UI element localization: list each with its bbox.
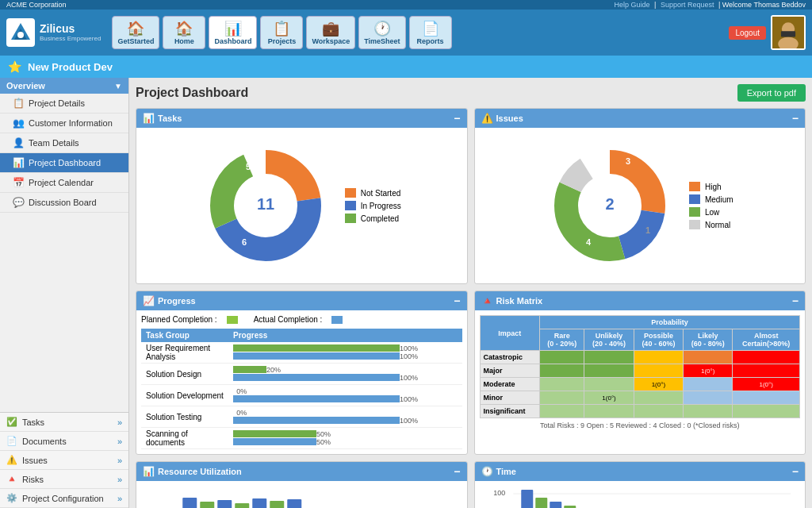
minor-label: Minor: [480, 391, 540, 405]
in-progress-label: In Progress: [361, 202, 401, 210]
min-rare: [540, 391, 584, 405]
progress-panel-minimize[interactable]: −: [454, 294, 460, 307]
svg-rect-28: [550, 502, 561, 508]
resource-panel-header: 📊Resource Utilization −: [136, 462, 467, 481]
support-link[interactable]: Support Request: [661, 1, 714, 9]
nav-item-getstarted[interactable]: 🏠GetStarted: [112, 16, 159, 49]
main-layout: Overview ▼ 📋Project Details👥Customer Inf…: [0, 78, 812, 508]
ins-unlikely: [584, 405, 634, 418]
tasks-panel-title: Tasks: [158, 114, 182, 123]
issues-legend-medium: Medium: [689, 194, 733, 204]
sidebar-bottom-item-risks[interactable]: 🔺Risks»: [0, 470, 128, 489]
help-link[interactable]: Help Guide: [615, 1, 650, 9]
tasks-donut-chart: 11 5 6: [202, 142, 329, 269]
planned-pct: 20%: [266, 366, 281, 374]
planned-bar: [233, 366, 266, 373]
c-rare: [540, 351, 584, 364]
arrows-icon: »: [117, 475, 122, 484]
progress-panel: 📈Progress − Planned Completion : Actual …: [136, 291, 468, 455]
export-button[interactable]: Export to pdf: [737, 84, 806, 102]
nav-item-home[interactable]: 🏠Home: [163, 16, 205, 49]
risk-panel-minimize[interactable]: −: [792, 294, 799, 307]
tasks-panel-header: 📊Tasks −: [136, 109, 467, 128]
progress-row: Solution Testing 0% 100%: [141, 406, 462, 428]
issues-legend: High Medium Low: [689, 182, 733, 229]
planned-color-box: [227, 316, 238, 324]
avatar: [771, 15, 806, 50]
progress-panel-title: Progress: [158, 296, 196, 306]
risk-matrix-table: Impact Probability Rare(0 - 20%) Unlikel…: [480, 315, 801, 418]
issues-header-icon: ⚠️: [481, 113, 493, 124]
tasks-panel-minimize[interactable]: −: [454, 112, 460, 125]
progress-bars: 20% 100%: [228, 364, 462, 385]
svg-rect-22: [270, 501, 284, 508]
col-unlikely: Unlikely(20 - 40%): [584, 329, 634, 351]
sidebar-icon: 👥: [13, 117, 24, 129]
bottom-panels-row: 📊Resource Utilization − -90: [136, 461, 806, 508]
col-likely: Likely(60 - 80%): [684, 329, 733, 351]
risk-panel-body: Impact Probability Rare(0 - 20%) Unlikel…: [475, 310, 806, 434]
risk-footer: Total Risks : 9 Open : 5 Reviewed : 4 Cl…: [480, 421, 801, 429]
arrows-icon: »: [117, 456, 122, 465]
m-likely: 1(0°): [684, 364, 733, 378]
nav-item-dashboard[interactable]: 📊Dashboard: [209, 16, 257, 49]
sidebar-bottom-item-issues[interactable]: ⚠️Issues»: [0, 451, 128, 470]
sidebar-item-discussion-board[interactable]: 💬Discussion Board: [0, 193, 128, 213]
sidebar-item-team-details[interactable]: 👤Team Details: [0, 133, 128, 153]
arrows-icon: »: [117, 418, 122, 427]
mod-unlikely: [584, 378, 634, 391]
mod-possible: 1(0°): [634, 378, 683, 391]
time-header-icon: 🕐: [481, 466, 493, 477]
content-header: Project Dashboard Export to pdf: [136, 84, 806, 102]
bottom-item-label: Documents: [22, 437, 67, 446]
mod-rare: [540, 378, 584, 391]
page-title: Project Dashboard: [136, 86, 248, 100]
tasks-panel: 📊Tasks − 11: [136, 108, 468, 284]
tasks-legend-completed: Completed: [345, 214, 401, 223]
sidebar-bottom-item-tasks[interactable]: ✅Tasks»: [0, 413, 128, 432]
logout-button[interactable]: Logout: [729, 26, 766, 40]
col-task-header: Task Group: [141, 329, 228, 342]
tasks-panel-body: 11 5 6 Not Started: [136, 128, 467, 283]
sidebar-section-label: Overview: [6, 81, 45, 90]
sidebar-bottom-item-project-configuration[interactable]: ⚙️Project Configuration»: [0, 489, 128, 508]
sidebar-section-header[interactable]: Overview ▼: [0, 78, 128, 94]
time-panel-header: 🕐Time −: [475, 462, 806, 481]
progress-row: Scanning of documents 50% 50%: [141, 428, 462, 449]
nav-item-timesheet[interactable]: 🕐TimeSheet: [358, 16, 405, 49]
time-chart: 100 60: [480, 486, 801, 508]
resource-panel-minimize[interactable]: −: [454, 465, 460, 478]
sidebar-bottom-item-documents[interactable]: 📄Documents»: [0, 432, 128, 451]
nav-label-dashboard: Dashboard: [214, 37, 251, 45]
nav-item-reports[interactable]: 📄Reports: [409, 16, 452, 49]
tasks-center-value: 11: [257, 195, 274, 213]
progress-table: Task Group Progress User Requirement Ana…: [141, 329, 462, 449]
time-panel: 🕐Time − 100 60: [474, 461, 806, 508]
issues-panel-minimize[interactable]: −: [792, 112, 799, 125]
mod-likely: [684, 378, 733, 391]
issues-legend-normal: Normal: [689, 220, 733, 229]
nav-label-timesheet: TimeSheet: [364, 37, 400, 45]
actual-bar: [233, 417, 400, 424]
issue-label-1: 1: [645, 225, 650, 235]
nav-items: 🏠GetStarted🏠Home📊Dashboard📋Projects💼Work…: [112, 16, 451, 49]
sidebar-item-project-details[interactable]: 📋Project Details: [0, 94, 128, 114]
risk-row-minor: Minor 1(0°): [480, 391, 800, 405]
sidebar-item-label: Project Dashboard: [29, 158, 101, 167]
bottom-item-icon: 🔺: [6, 474, 17, 484]
nav-item-projects[interactable]: 📋Projects: [260, 16, 303, 49]
tasks-header-icon: 📊: [143, 113, 155, 124]
progress-legend: Planned Completion : Actual Completion :: [141, 315, 462, 324]
sidebar-item-customer-information[interactable]: 👥Customer Information: [0, 114, 128, 133]
sidebar-item-project-dashboard[interactable]: 📊Project Dashboard: [0, 153, 128, 173]
nav-item-workspace[interactable]: 💼Workspace: [306, 16, 355, 49]
risk-row-catastrophic: Catastropic: [480, 351, 800, 364]
sidebar-items: 📋Project Details👥Customer Information👤Te…: [0, 94, 128, 213]
sidebar-item-project-calendar[interactable]: 📅Project Calendar: [0, 173, 128, 193]
time-panel-minimize[interactable]: −: [792, 465, 799, 478]
actual-bar: [233, 438, 316, 445]
insignificant-label: Insignificant: [480, 405, 540, 418]
bottom-item-icon: 📄: [6, 436, 17, 446]
low-color: [689, 207, 700, 217]
svg-rect-18: [200, 502, 214, 508]
